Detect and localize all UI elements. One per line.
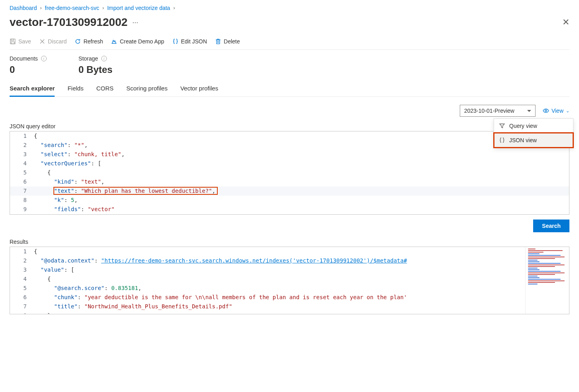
filter-icon xyxy=(499,123,505,129)
save-button[interactable]: Save xyxy=(10,38,31,45)
delete-label: Delete xyxy=(224,38,240,45)
close-button[interactable]: ✕ xyxy=(562,17,569,27)
save-label: Save xyxy=(18,38,31,45)
documents-value: 0 xyxy=(10,64,47,75)
storage-label: Storage xyxy=(79,55,98,62)
chevron-down-icon: ⌄ xyxy=(566,108,569,114)
view-menu: Query view JSON view xyxy=(494,118,573,148)
api-version-value: 2023-10-01-Preview xyxy=(464,108,514,114)
discard-icon xyxy=(39,38,45,45)
chevron-right-icon: › xyxy=(40,5,42,11)
chevron-right-icon: › xyxy=(102,5,104,11)
results-label: Results xyxy=(10,239,569,245)
create-demo-button[interactable]: Create Demo App xyxy=(111,38,164,45)
braces-icon xyxy=(172,38,179,45)
view-menu-query[interactable]: Query view xyxy=(494,119,573,133)
editor-label: JSON query editor xyxy=(10,123,569,129)
search-button[interactable]: Search xyxy=(533,220,569,232)
create-demo-label: Create Demo App xyxy=(120,38,164,45)
view-menu-json-label: JSON view xyxy=(509,137,537,143)
info-icon[interactable]: i xyxy=(101,56,107,61)
edit-json-button[interactable]: Edit JSON xyxy=(172,38,207,45)
refresh-button[interactable]: Refresh xyxy=(75,38,103,45)
toolbar: Save Discard Refresh Create Demo App Edi… xyxy=(10,38,569,50)
documents-label: Documents xyxy=(10,55,38,62)
tabs: Search explorer Fields CORS Scoring prof… xyxy=(10,85,569,97)
tab-vector[interactable]: Vector profiles xyxy=(180,85,218,97)
create-demo-icon xyxy=(111,38,117,45)
discard-button[interactable]: Discard xyxy=(39,38,67,45)
info-icon[interactable]: i xyxy=(41,56,47,61)
tab-fields[interactable]: Fields xyxy=(67,85,83,97)
documents-stat: Documents i 0 xyxy=(10,55,47,75)
svg-rect-6 xyxy=(217,40,220,44)
edit-json-label: Edit JSON xyxy=(181,38,207,45)
results-editor[interactable]: 1{ 2 "@odata.context": "https://free-dem… xyxy=(10,247,569,314)
trash-icon xyxy=(215,38,221,45)
svg-rect-2 xyxy=(11,42,14,44)
breadcrumb-service[interactable]: free-demo-search-svc xyxy=(45,5,99,11)
view-menu-json[interactable]: JSON view xyxy=(494,133,573,147)
storage-value: 0 Bytes xyxy=(79,64,112,75)
view-label: View xyxy=(551,108,563,114)
tab-cors[interactable]: CORS xyxy=(96,85,113,97)
breadcrumb-import[interactable]: Import and vectorize data xyxy=(107,5,170,11)
refresh-label: Refresh xyxy=(83,38,103,45)
view-dropdown[interactable]: View ⌄ xyxy=(543,108,569,114)
chevron-right-icon: › xyxy=(173,5,175,11)
more-actions-button[interactable]: ··· xyxy=(132,18,138,27)
eye-icon xyxy=(543,108,549,114)
braces-icon xyxy=(499,137,505,143)
page-title: vector-1701309912002 xyxy=(10,16,128,29)
delete-button[interactable]: Delete xyxy=(215,38,240,45)
breadcrumb: Dashboard › free-demo-search-svc › Impor… xyxy=(10,5,569,11)
api-version-select[interactable]: 2023-10-01-Preview xyxy=(460,105,536,117)
view-menu-query-label: Query view xyxy=(509,123,537,129)
stats: Documents i 0 Storage i 0 Bytes xyxy=(10,55,569,75)
tab-search-explorer[interactable]: Search explorer xyxy=(10,85,55,97)
json-query-editor[interactable]: 1{ 2 "search": "*", 3 "select": "chunk, … xyxy=(10,131,569,215)
storage-stat: Storage i 0 Bytes xyxy=(79,55,112,75)
tab-scoring[interactable]: Scoring profiles xyxy=(126,85,167,97)
svg-point-10 xyxy=(545,110,547,112)
refresh-icon xyxy=(75,38,81,45)
discard-label: Discard xyxy=(48,38,67,45)
save-icon xyxy=(10,38,16,45)
svg-rect-1 xyxy=(11,39,14,41)
breadcrumb-dashboard[interactable]: Dashboard xyxy=(10,5,37,11)
